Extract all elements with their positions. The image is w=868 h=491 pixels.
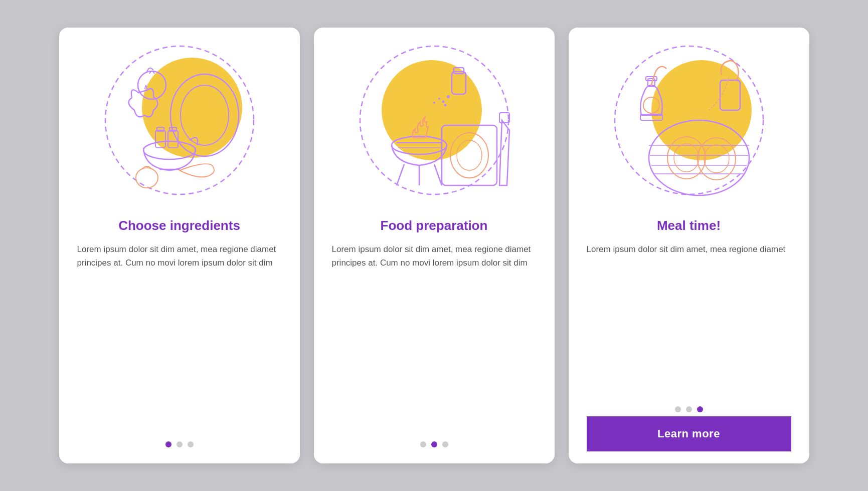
cards-container: Choose ingredients Lorem ipsum dolor sit… — [59, 28, 809, 463]
svg-point-12 — [382, 60, 482, 160]
preparation-illustration — [354, 38, 514, 208]
illustration-preparation — [314, 28, 555, 218]
svg-line-15 — [397, 164, 404, 185]
card-2-text: Lorem ipsum dolor sit dim amet, mea regi… — [332, 242, 537, 432]
svg-point-24 — [438, 98, 440, 100]
dot-2-1 — [420, 441, 426, 447]
svg-line-16 — [434, 164, 442, 185]
dot-2-3 — [442, 441, 448, 447]
illustration-ingredients — [59, 28, 300, 218]
svg-point-11 — [136, 168, 158, 188]
dot-1-3 — [188, 441, 194, 447]
card-3-content: Meal time! Lorem ipsum dolor sit dim ame… — [569, 218, 809, 463]
card-1-text: Lorem ipsum dolor sit dim amet, mea regi… — [77, 242, 282, 432]
card-3-text: Lorem ipsum dolor sit dim amet, mea regi… — [587, 242, 791, 397]
learn-more-button[interactable]: Learn more — [587, 416, 791, 451]
illustration-meal — [569, 28, 809, 218]
card-1-dots — [165, 441, 194, 447]
dot-1-active — [165, 441, 171, 447]
card-3-title: Meal time! — [657, 218, 721, 233]
card-2-title: Food preparation — [381, 218, 488, 233]
card-preparation: Food preparation Lorem ipsum dolor sit d… — [314, 28, 555, 463]
card-ingredients: Choose ingredients Lorem ipsum dolor sit… — [59, 28, 300, 463]
dot-3-2 — [686, 406, 692, 412]
card-2-dots — [420, 441, 448, 447]
svg-point-29 — [457, 140, 482, 170]
svg-point-23 — [442, 101, 444, 103]
card-meal: Meal time! Lorem ipsum dolor sit dim ame… — [569, 28, 809, 463]
svg-point-26 — [433, 102, 435, 104]
card-1-content: Choose ingredients Lorem ipsum dolor sit… — [59, 218, 300, 463]
ingredients-illustration — [99, 38, 260, 208]
meal-illustration — [609, 38, 769, 208]
card-1-title: Choose ingredients — [118, 218, 240, 233]
svg-point-22 — [447, 95, 450, 98]
dot-3-1 — [675, 406, 681, 412]
dot-1-2 — [177, 441, 183, 447]
svg-point-25 — [444, 104, 446, 107]
card-3-dots — [675, 406, 703, 412]
dot-3-active — [697, 406, 703, 412]
dot-2-active — [431, 441, 437, 447]
card-2-content: Food preparation Lorem ipsum dolor sit d… — [314, 218, 555, 463]
